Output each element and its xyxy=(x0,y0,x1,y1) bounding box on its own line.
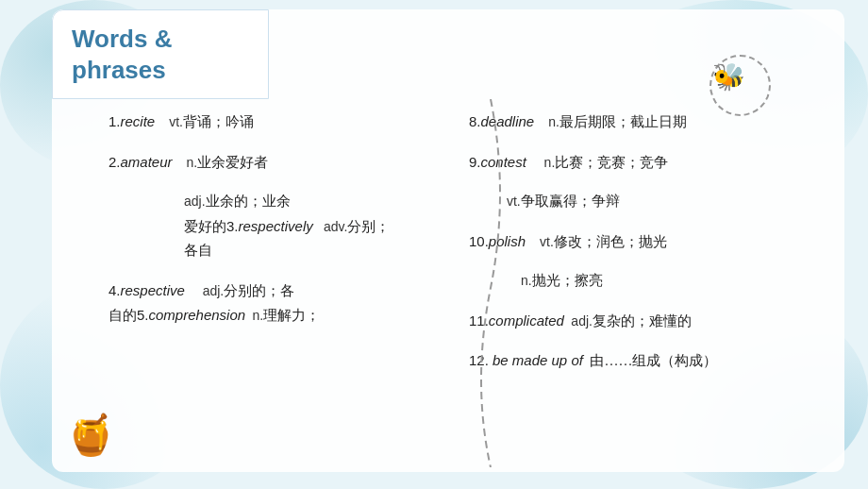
title-line1: Words & xyxy=(72,25,172,53)
list-item: n.抛光；擦亮 xyxy=(469,269,835,294)
entry-definition: 由……组成（构成） xyxy=(590,353,717,368)
title-box: Words & phrases xyxy=(52,9,269,99)
entry-word: amateur xyxy=(121,154,173,170)
entry-definition: 修改；润色；抛光 xyxy=(554,234,667,249)
title-line2: phrases xyxy=(72,56,166,84)
entry-pos: n. xyxy=(548,114,559,129)
entry-pos: n. xyxy=(253,308,264,323)
entry-pos: adj. xyxy=(203,283,225,298)
entry-definition: 背诵；吟诵 xyxy=(183,114,254,129)
entry-pos: adj. xyxy=(571,313,593,329)
entry-word: respective xyxy=(121,282,185,298)
entry-definition: 比赛；竞赛；竞争 xyxy=(555,155,668,170)
entry-definition-cont: 各自 xyxy=(184,243,212,258)
list-item: 10.polish vt.修改；润色；抛光 xyxy=(469,229,835,255)
entry-definition: 业余的；业余 xyxy=(206,194,291,209)
content-area: 1.recite vt.背诵；吟诵 2.amateur n.业余爱好者 adj.… xyxy=(52,94,844,472)
list-item: 1.recite vt.背诵；吟诵 xyxy=(108,110,441,135)
list-item: 12. be made up of 由……组成（构成） xyxy=(469,348,835,374)
entry-pos: n. xyxy=(521,273,532,288)
list-item: 9.contest n.比赛；竞赛；竞争 xyxy=(469,150,835,176)
entry-definition: 分别的；各 xyxy=(224,283,294,298)
entry-word: recite xyxy=(121,113,156,129)
list-item: 8.deadline n.最后期限；截止日期 xyxy=(469,110,835,135)
entry-word: comprehension xyxy=(149,307,246,323)
entry-definition-cont: 自的 xyxy=(108,308,137,323)
entry-definition: 争取赢得；争辩 xyxy=(521,194,620,209)
list-item: adj.业余的；业余 爱好的3.respectively adv.分别； 各自 xyxy=(108,190,441,263)
entry-definition: 抛光；擦亮 xyxy=(532,273,603,288)
entry-pos: vt. xyxy=(169,114,183,129)
bee-icon: 🐝 xyxy=(712,61,745,93)
list-item: vt.争取赢得；争辩 xyxy=(469,190,835,214)
entry-definition: 业余爱好者 xyxy=(197,155,268,170)
entry-definition: 理解力； xyxy=(263,308,320,323)
entry-definition-cont: 爱好的 xyxy=(184,219,226,234)
honey-pot-icon: 🍯 xyxy=(66,412,115,458)
entry-number: 3. xyxy=(226,218,239,234)
entry-pos: n. xyxy=(187,155,198,170)
entry-pos: n. xyxy=(544,155,556,170)
list-item: 2.amateur n.业余爱好者 xyxy=(108,150,441,176)
entry-number: 1. xyxy=(108,113,121,129)
entry-number: 5. xyxy=(137,307,149,323)
entry-word: respectively xyxy=(239,218,313,234)
list-item: 11.complicated adj.复杂的；难懂的 xyxy=(469,309,835,334)
main-card: Words & phrases 🐝 🍯 1.recite vt.背诵；吟诵 2.… xyxy=(52,9,844,472)
entry-pos: adv. xyxy=(324,219,347,234)
entry-definition: 复杂的；难懂的 xyxy=(593,313,692,329)
entry-definition: 最后期限；截止日期 xyxy=(559,114,687,129)
page-title: Words & phrases xyxy=(72,24,249,85)
curved-divider xyxy=(462,99,519,467)
entry-definition: 分别； xyxy=(347,219,390,234)
list-item: 4.respective adj.分别的；各 自的5.comprehension… xyxy=(108,278,441,329)
entry-number: 2. xyxy=(108,154,121,170)
entry-pos: adj. xyxy=(184,194,206,209)
entry-number: 4. xyxy=(108,282,121,298)
entry-pos: vt. xyxy=(540,234,554,249)
